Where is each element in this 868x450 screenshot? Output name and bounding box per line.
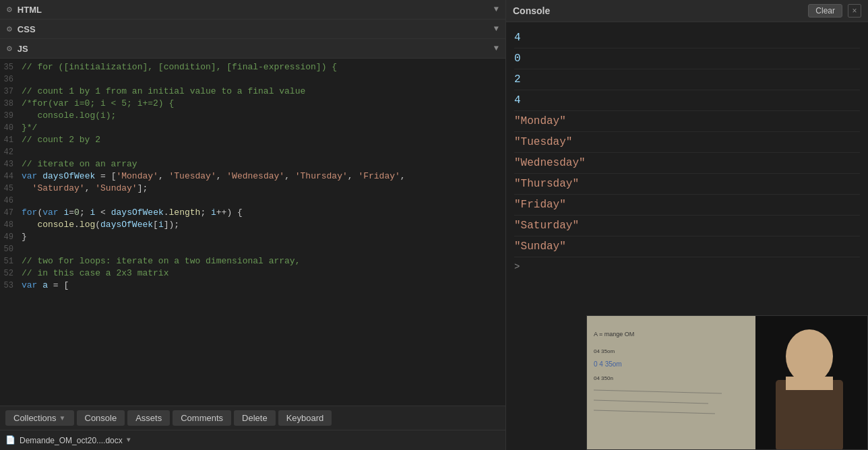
console-output-item: "Friday" [514,195,860,216]
console-output-item: 4 [514,90,860,111]
code-line: 46 [0,195,505,207]
svg-text:04 35om: 04 35om [594,348,615,354]
clear-button[interactable]: Clear [808,4,842,18]
console-title: Console [513,5,550,16]
code-line: 44 var daysOfWeek = ['Monday', 'Tuesday'… [0,170,505,183]
css-chevron-icon: ▼ [494,24,499,34]
collections-label: Collections [13,413,57,423]
code-line: 48 console.log(daysOfWeek[i]); [0,219,505,231]
html-section-title: HTML [18,5,42,15]
svg-text:A = mange OM: A = mange OM [594,331,634,338]
svg-text:04 350n: 04 350n [594,375,613,381]
code-line: 36 [0,73,505,86]
css-section-header[interactable]: ⚙ CSS ▼ [0,20,505,39]
console-actions: Clear × [808,4,861,18]
console-output-item: "Thursday" [514,174,860,195]
console-output-item: 4 [514,28,860,49]
assets-button[interactable]: Assets [127,410,170,426]
code-line: 43 // iterate on an array [0,158,505,170]
console-output-item: "Sunday" [514,236,860,257]
html-gear-icon: ⚙ [7,4,12,15]
js-code-area[interactable]: 35 // for ([initialization], [condition]… [0,59,505,450]
file-icon: 📄 [5,435,16,445]
svg-rect-9 [776,380,843,450]
code-line: 39 console.log(i); [0,110,505,122]
html-section-header[interactable]: ⚙ HTML ▼ [0,0,505,20]
console-button[interactable]: Console [77,410,125,426]
code-line: 45 'Saturday', 'Sunday']; [0,183,505,195]
console-header: Console Clear × [506,0,868,22]
console-output-item: 0 [514,49,860,69]
svg-rect-10 [786,377,833,390]
code-line: 38 /*for(var i=0; i < 5; i+=2) { [0,98,505,110]
console-output-item: "Tuesday" [514,132,860,153]
css-gear-icon: ⚙ [7,24,12,34]
console-output-item: "Monday" [514,111,860,132]
code-line: 51 // two for loops: iterate on a two di… [0,255,505,267]
code-line: 47 for(var i=0; i < daysOfWeek.length; i… [0,207,505,219]
code-line: 50 [0,243,505,255]
css-section-title: CSS [18,24,36,34]
collections-button[interactable]: Collections ▼ [5,410,74,426]
collections-dropdown-arrow: ▼ [59,414,66,422]
console-output-item: "Saturday" [514,216,860,236]
code-line: 52 // in this case a 2x3 matrix [0,267,505,280]
delete-button[interactable]: Delete [234,410,276,426]
keyboard-button[interactable]: Keyboard [278,410,332,426]
console-prompt: > [514,257,860,276]
code-editor: ⚙ HTML ▼ ⚙ CSS ▼ ⚙ JS ▼ 35 [0,0,505,450]
js-chevron-icon: ▼ [494,44,499,53]
comments-button[interactable]: Comments [173,410,231,426]
code-line: 42 [0,146,505,158]
close-button[interactable]: × [848,4,861,18]
code-line: 53 var a = [ [0,280,505,292]
file-dropdown-arrow[interactable]: ▼ [127,437,131,444]
code-line: 49 } [0,231,505,243]
file-bar: 📄 Demande_OM_oct20....docx ▼ [0,430,505,450]
console-output-item: 2 [514,69,860,90]
svg-text:0 4 35om: 0 4 35om [594,360,622,368]
code-line: 40 }*/ [0,122,505,134]
svg-point-8 [786,329,833,383]
video-overlay: A = mange OM 04 35om 0 4 35om 04 350n [586,315,868,450]
js-section-title: JS [18,44,28,54]
code-lines-container: 35 // for ([initialization], [condition]… [0,59,505,294]
code-line: 35 // for ([initialization], [condition]… [0,61,505,73]
code-line: 41 // count 2 by 2 [0,134,505,146]
html-chevron-icon: ▼ [494,5,499,14]
console-output-item: "Wednesday" [514,153,860,174]
file-name: Demande_OM_oct20....docx [20,436,123,445]
video-content: A = mange OM 04 35om 0 4 35om 04 350n [587,316,868,450]
js-gear-icon: ⚙ [7,43,12,54]
js-section-header[interactable]: ⚙ JS ▼ [0,39,505,59]
bottom-toolbar: Collections ▼ Console Assets Comments De… [0,406,505,430]
code-line: 37 // count 1 by 1 from an initial value… [0,86,505,98]
